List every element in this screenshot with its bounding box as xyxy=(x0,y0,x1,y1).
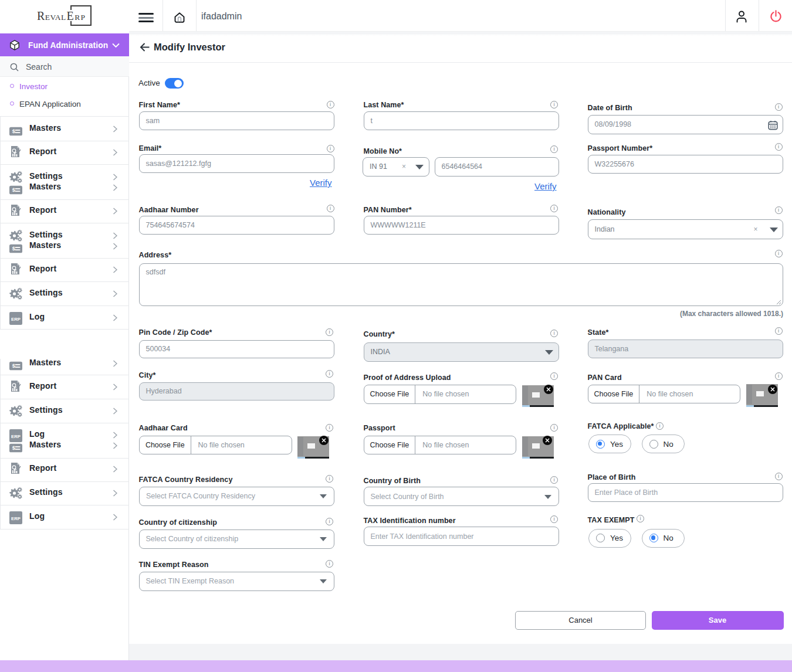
svg-text:$: $ xyxy=(12,245,16,252)
svg-text:$: $ xyxy=(12,362,16,369)
svg-text:ERP: ERP xyxy=(11,316,21,321)
svg-text:$: $ xyxy=(12,186,16,193)
svg-text:$: $ xyxy=(12,128,16,134)
svg-text:$: $ xyxy=(12,444,16,451)
svg-text:ERP: ERP xyxy=(11,515,21,521)
svg-text:ERP: ERP xyxy=(11,433,21,439)
